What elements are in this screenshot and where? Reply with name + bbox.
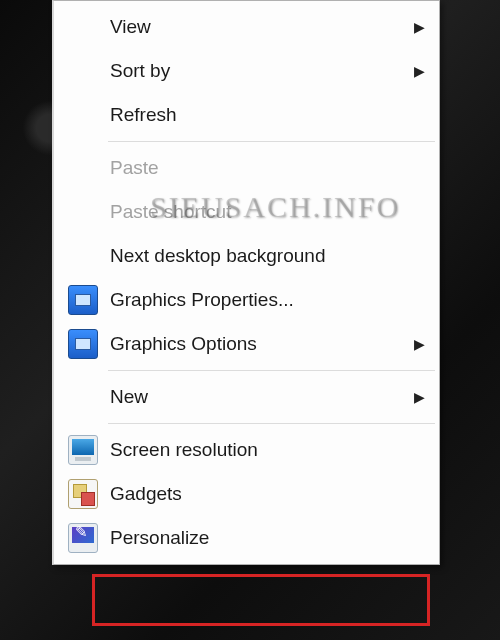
menu-item-label: Next desktop background (110, 245, 401, 267)
screen-resolution-icon (56, 435, 110, 465)
menu-separator (108, 423, 435, 424)
menu-item-label: Paste shortcut (110, 201, 401, 223)
personalize-icon (56, 523, 110, 553)
gadgets-icon (56, 479, 110, 509)
menu-item-personalize[interactable]: Personalize (56, 516, 437, 560)
menu-item-label: Graphics Properties... (110, 289, 401, 311)
menu-item-paste: Paste (56, 146, 437, 190)
menu-item-label: Sort by (110, 60, 401, 82)
menu-item-sort-by[interactable]: Sort by ▶ (56, 49, 437, 93)
menu-item-view[interactable]: View ▶ (56, 5, 437, 49)
menu-item-label: Refresh (110, 104, 401, 126)
menu-item-paste-shortcut: Paste shortcut (56, 190, 437, 234)
menu-item-label: Gadgets (110, 483, 401, 505)
menu-item-next-desktop-background[interactable]: Next desktop background (56, 234, 437, 278)
submenu-arrow-icon: ▶ (401, 336, 437, 352)
menu-item-label: Screen resolution (110, 439, 401, 461)
menu-item-graphics-properties[interactable]: Graphics Properties... (56, 278, 437, 322)
menu-item-label: Personalize (110, 527, 401, 549)
submenu-arrow-icon: ▶ (401, 389, 437, 405)
menu-item-screen-resolution[interactable]: Screen resolution (56, 428, 437, 472)
graphics-icon (56, 285, 110, 315)
menu-item-refresh[interactable]: Refresh (56, 93, 437, 137)
menu-item-new[interactable]: New ▶ (56, 375, 437, 419)
menu-item-label: View (110, 16, 401, 38)
menu-item-graphics-options[interactable]: Graphics Options ▶ (56, 322, 437, 366)
submenu-arrow-icon: ▶ (401, 19, 437, 35)
menu-item-gadgets[interactable]: Gadgets (56, 472, 437, 516)
menu-item-label: Graphics Options (110, 333, 401, 355)
desktop-context-menu: View ▶ Sort by ▶ Refresh Paste Paste sho… (52, 0, 440, 565)
submenu-arrow-icon: ▶ (401, 63, 437, 79)
menu-item-label: New (110, 386, 401, 408)
graphics-icon (56, 329, 110, 359)
menu-separator (108, 141, 435, 142)
menu-separator (108, 370, 435, 371)
menu-item-label: Paste (110, 157, 401, 179)
